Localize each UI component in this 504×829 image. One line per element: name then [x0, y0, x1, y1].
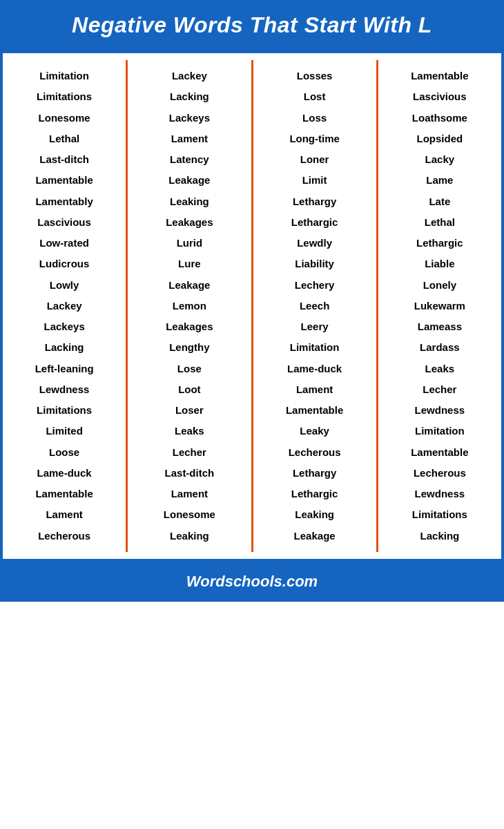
- word-item: Lamentable: [284, 400, 345, 421]
- word-item: Lecher: [171, 442, 208, 463]
- word-item: Lurid: [175, 233, 204, 254]
- word-item: Lethal: [48, 128, 81, 149]
- word-item: Lengthy: [168, 337, 211, 358]
- word-item: Lonely: [422, 275, 458, 296]
- word-item: Leaks: [173, 421, 206, 441]
- word-item: Lost: [302, 86, 327, 107]
- word-item: Lethargic: [290, 484, 340, 504]
- word-item: Lackey: [171, 66, 209, 86]
- word-item: Lacky: [424, 149, 456, 170]
- word-item: Lethargy: [291, 463, 338, 484]
- word-item: Late: [427, 191, 452, 212]
- word-item: Leakage: [293, 526, 337, 546]
- word-item: Latency: [168, 149, 211, 170]
- word-item: Loser: [174, 400, 205, 421]
- word-item: Ludicrous: [38, 254, 91, 274]
- word-item: Leakage: [167, 170, 211, 191]
- page-title: Negative Words That Start With L: [14, 12, 490, 38]
- word-item: Leaky: [298, 421, 331, 441]
- word-item: Lemon: [171, 296, 208, 316]
- footer: Wordschools.com: [0, 562, 504, 602]
- word-item: Lament: [44, 504, 84, 525]
- word-item: Leaks: [424, 359, 456, 379]
- word-item: Lethal: [423, 212, 456, 233]
- word-item: Left-leaning: [34, 359, 95, 379]
- word-item: Lacking: [168, 86, 211, 107]
- word-item: Lure: [177, 254, 202, 274]
- word-item: Lamentably: [34, 191, 94, 212]
- word-item: Lackeys: [168, 108, 211, 128]
- word-item: Lame: [425, 170, 454, 191]
- word-item: Limitation: [38, 66, 90, 86]
- word-item: Lechery: [293, 275, 336, 296]
- word-item: Lonesome: [37, 108, 92, 128]
- word-item: Lewdly: [295, 233, 333, 254]
- word-item: Last-ditch: [164, 463, 216, 484]
- column-1: LimitationLimitationsLonesomeLethalLast-…: [3, 60, 128, 552]
- word-item: Lamentable: [409, 66, 469, 86]
- word-item: Lecher: [421, 379, 458, 400]
- column-3: LossesLostLossLong-timeLonerLimitLetharg…: [253, 60, 378, 552]
- word-item: Lamentable: [409, 442, 469, 463]
- column-2: LackeyLackingLackeysLamentLatencyLeakage…: [128, 60, 253, 552]
- word-item: Lackeys: [43, 316, 86, 337]
- word-item: Loot: [177, 379, 202, 400]
- word-item: Leakages: [164, 212, 214, 233]
- word-item: Leaking: [168, 191, 211, 212]
- main-container: LimitationLimitationsLonesomeLethalLast-…: [0, 50, 504, 562]
- word-item: Lameass: [416, 316, 463, 337]
- word-item: Lethargic: [415, 233, 465, 254]
- word-item: Lowly: [48, 275, 81, 296]
- word-item: Last-ditch: [38, 149, 90, 170]
- word-item: Leaking: [168, 526, 211, 546]
- word-item: Limit: [301, 170, 329, 191]
- word-item: Loss: [301, 108, 328, 128]
- word-item: Leakages: [164, 316, 214, 337]
- word-item: Leech: [298, 296, 331, 316]
- word-item: Lopsided: [416, 128, 465, 149]
- word-item: Lewdness: [414, 400, 467, 421]
- word-item: Long-time: [288, 128, 341, 149]
- word-item: Liable: [423, 254, 456, 274]
- word-item: Limitations: [35, 400, 93, 421]
- word-item: Low-rated: [38, 233, 90, 254]
- word-item: Leakage: [167, 275, 211, 296]
- columns-wrapper: LimitationLimitationsLonesomeLethalLast-…: [3, 53, 501, 559]
- word-item: Limitations: [35, 86, 93, 107]
- word-item: Lament: [170, 484, 209, 504]
- footer-label: Wordschools.com: [186, 573, 318, 590]
- word-item: Loathsome: [411, 108, 469, 128]
- word-item: Leaking: [293, 504, 336, 525]
- word-item: Lethargy: [291, 191, 338, 212]
- word-item: Limited: [44, 421, 84, 441]
- word-item: Lose: [176, 359, 203, 379]
- word-item: Lardass: [418, 337, 461, 358]
- word-item: Lascivious: [36, 212, 93, 233]
- word-item: Lamentable: [34, 484, 94, 504]
- word-item: Lament: [170, 128, 209, 149]
- word-item: Liability: [293, 254, 336, 274]
- column-4: LamentableLasciviousLoathsomeLopsidedLac…: [378, 60, 501, 552]
- word-item: Lewdness: [38, 379, 91, 400]
- word-item: Limitation: [289, 337, 341, 358]
- word-item: Lackey: [46, 296, 84, 316]
- word-item: Lecherous: [37, 526, 92, 546]
- word-item: Lascivious: [411, 86, 468, 107]
- word-item: Lamentable: [34, 170, 94, 191]
- word-item: Loose: [48, 442, 81, 463]
- word-item: Lame-duck: [286, 359, 343, 379]
- word-item: Loner: [299, 149, 331, 170]
- word-item: Losses: [295, 66, 334, 86]
- word-item: Limitation: [414, 421, 466, 441]
- word-item: Lecherous: [287, 442, 342, 463]
- word-item: Lukewarm: [413, 296, 467, 316]
- word-item: Lecherous: [412, 463, 467, 484]
- word-item: Lame-duck: [36, 463, 93, 484]
- word-item: Lewdness: [414, 484, 467, 504]
- word-item: Lonesome: [162, 504, 217, 525]
- word-item: Lament: [295, 379, 334, 400]
- word-item: Lethargic: [290, 212, 340, 233]
- header: Negative Words That Start With L: [0, 0, 504, 50]
- word-item: Lacking: [419, 526, 461, 546]
- word-item: Leery: [300, 316, 330, 337]
